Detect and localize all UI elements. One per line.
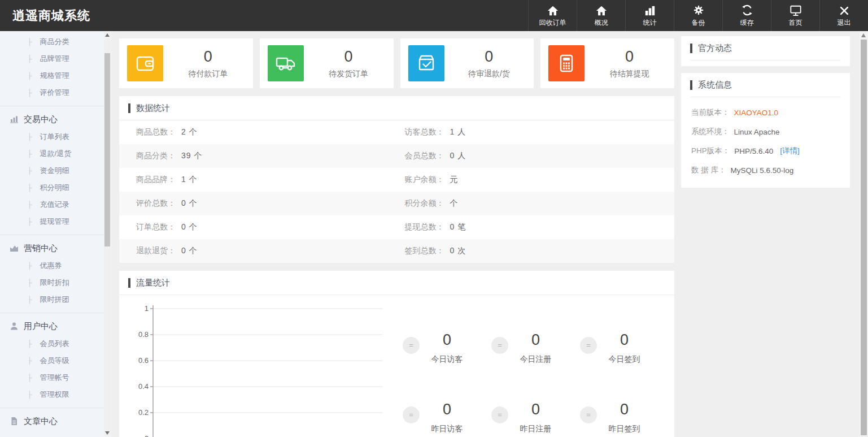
sidebar-section-user-center[interactable]: 用户中心 — [0, 318, 104, 335]
sidebar-scrollbar-thumb[interactable] — [104, 53, 110, 246]
svg-text:1: 1 — [145, 304, 149, 313]
data-stats-rows: 商品总数：2 个 访客总数：1 人 商品分类：39 个 会员总数：0 人 商品品… — [119, 120, 674, 263]
svg-text:0.4: 0.4 — [138, 382, 149, 391]
top-nav: 回收订单 概况 统计 备份 缓存 首页 退出 — [528, 0, 868, 31]
sidebar-item-member-level[interactable]: ├会员等级 — [0, 352, 104, 369]
branch-glyph: ├ — [27, 133, 32, 141]
card-pending-settlement[interactable]: 0 待结算提现 — [540, 38, 674, 88]
counter-yesterday-visitors: = 0昨日访客 — [403, 401, 491, 434]
sidebar-item-recharge-record[interactable]: ├充值记录 — [0, 196, 104, 213]
system-info-panel: 系统信息 当前版本： XIAOYAO1.0 系统环境： Linux Apache… — [681, 73, 850, 188]
pending-settlement-count: 0 — [585, 48, 674, 66]
sidebar-section-trade-center[interactable]: 交易中心 — [0, 111, 104, 128]
scroll-up-arrow-icon[interactable] — [861, 33, 866, 37]
sidebar-item-admin-account[interactable]: ├管理帐号 — [0, 369, 104, 386]
svg-text:0.6: 0.6 — [138, 356, 149, 365]
nav-backup[interactable]: 备份 — [674, 0, 722, 31]
main-content: 0 待付款订单 0 待发货订单 0 待审退款/货 — [119, 31, 674, 437]
title-accent-bar — [128, 103, 130, 113]
title-accent-bar — [690, 44, 692, 53]
branch-glyph: ├ — [27, 279, 32, 287]
sidebar-item-coupon[interactable]: ├优惠券 — [0, 257, 104, 274]
branch-glyph: ├ — [27, 184, 32, 192]
sidebar-item-review-manage[interactable]: ├评价管理 — [0, 84, 104, 101]
svg-text:0.2: 0.2 — [138, 408, 149, 417]
nav-homepage[interactable]: 首页 — [771, 0, 819, 31]
scroll-up-arrow-icon[interactable] — [105, 33, 110, 37]
nav-overview[interactable]: 概况 — [577, 0, 625, 31]
right-column: 官方动态 系统信息 当前版本： XIAOYAO1.0 系统环境： Linux A… — [681, 31, 850, 188]
counter-today-checkins: = 0今日签到 — [580, 331, 669, 365]
card-pending-refund-review[interactable]: 0 待审退款/货 — [400, 38, 534, 88]
sidebar-item-spec-manage[interactable]: ├规格管理 — [0, 67, 104, 84]
php-detail-link[interactable]: [详情] — [780, 146, 800, 156]
nav-cache[interactable]: 缓存 — [722, 0, 771, 31]
sidebar-item-brand-manage[interactable]: ├品牌管理 — [0, 50, 104, 67]
page-scrollbar[interactable] — [860, 31, 868, 437]
equals-circle-icon: = — [403, 406, 420, 423]
sidebar-item-group-buy[interactable]: ├限时拼团 — [0, 291, 104, 308]
sidebar-section-marketing-center[interactable]: 营销中心 — [0, 240, 104, 257]
traffic-counters: = 0今日访客 = 0今日注册 = 0今日签到 = 0昨日访客 — [403, 303, 674, 437]
nav-statistics[interactable]: 统计 — [625, 0, 674, 31]
summary-cards: 0 待付款订单 0 待发货订单 0 待审退款/货 — [119, 38, 674, 88]
equals-circle-icon: = — [403, 337, 420, 354]
sidebar-item-order-list[interactable]: ├订单列表 — [0, 128, 104, 145]
branch-glyph: ├ — [27, 55, 32, 63]
stat-row: 商品总数：2 个 访客总数：1 人 — [119, 120, 674, 144]
sidebar-section-article-center[interactable]: 文章中心 — [0, 413, 104, 430]
trend-chart-icon — [10, 244, 19, 253]
card-pending-payment[interactable]: 0 待付款订单 — [119, 38, 253, 88]
traffic-line-chart: 1 0.8 0.6 0.4 0.2 0 — [134, 303, 403, 437]
counter-yesterday-checkins: = 0昨日签到 — [580, 401, 669, 434]
title-accent-bar — [690, 80, 692, 90]
sidebar-item-fund-detail[interactable]: ├资金明细 — [0, 162, 104, 179]
sidebar-item-withdraw-manage[interactable]: ├提现管理 — [0, 213, 104, 230]
branch-glyph: ├ — [27, 262, 32, 270]
document-icon — [10, 417, 19, 426]
pending-payment-count: 0 — [163, 48, 253, 66]
sidebar-item-admin-permission[interactable]: ├管理权限 — [0, 386, 104, 403]
sidebar-item-flash-discount[interactable]: ├限时折扣 — [0, 274, 104, 291]
current-version-value[interactable]: XIAOYAO1.0 — [734, 109, 779, 117]
app-title: 逍遥商城系统 — [0, 0, 90, 31]
equals-circle-icon: = — [491, 337, 508, 354]
sidebar-item-goods-category[interactable]: ├商品分类 — [0, 33, 104, 50]
scroll-down-arrow-icon[interactable] — [105, 431, 110, 435]
stat-row: 评价总数：0 个 积分余额：个 — [119, 192, 674, 215]
svg-text:0.8: 0.8 — [138, 330, 149, 339]
home-icon — [595, 4, 608, 16]
sidebar-item-member-list[interactable]: ├会员列表 — [0, 335, 104, 352]
card-pending-shipment[interactable]: 0 待发货订单 — [260, 38, 394, 88]
branch-glyph: ├ — [27, 38, 32, 46]
counter-yesterday-registrations: = 0昨日注册 — [491, 401, 580, 434]
traffic-stats-title: 流量统计 — [136, 278, 170, 288]
wallet-icon — [127, 45, 163, 81]
branch-glyph: ├ — [27, 72, 32, 80]
page-scrollbar-thumb[interactable] — [861, 40, 867, 435]
pending-shipment-count: 0 — [304, 48, 394, 66]
nav-logout[interactable]: 退出 — [819, 0, 868, 31]
gear-icon — [692, 4, 705, 16]
sidebar-group-goods: ├商品分类 ├品牌管理 ├规格管理 ├评价管理 — [0, 33, 104, 101]
data-stats-title: 数据统计 — [136, 103, 170, 114]
branch-glyph: ├ — [27, 218, 32, 226]
stat-row: 退款退货：0 个 签到总数：0 次 — [119, 239, 674, 263]
stat-row: 商品品牌：1 个 账户余额：元 — [119, 168, 674, 192]
official-news-title: 官方动态 — [698, 43, 732, 54]
nav-recycle-orders[interactable]: 回收订单 — [528, 0, 577, 31]
stat-row: 商品分类：39 个 会员总数：0 人 — [119, 144, 674, 168]
header-bar: 逍遥商城系统 回收订单 概况 统计 备份 缓存 首页 退出 — [0, 0, 868, 31]
data-stats-panel: 数据统计 商品总数：2 个 访客总数：1 人 商品分类：39 个 会员总数：0 … — [119, 96, 674, 263]
equals-circle-icon: = — [491, 406, 508, 423]
sidebar-scrollbar[interactable] — [104, 32, 111, 436]
stat-row: 订单总数：0 个 提现总数：0 笔 — [119, 215, 674, 239]
system-info-title: 系统信息 — [698, 80, 732, 90]
title-accent-bar — [128, 278, 130, 288]
sidebar-group-marketing: 营销中心 ├优惠券 ├限时折扣 ├限时拼团 — [0, 235, 104, 308]
traffic-stats-panel: 流量统计 1 0.8 0.6 0.4 0.2 0 — [119, 271, 674, 437]
sidebar-item-points-detail[interactable]: ├积分明细 — [0, 179, 104, 196]
counter-today-visitors: = 0今日访客 — [403, 331, 491, 365]
sidebar-item-refund-return[interactable]: ├退款/退货 — [0, 145, 104, 162]
branch-glyph: ├ — [27, 357, 32, 365]
